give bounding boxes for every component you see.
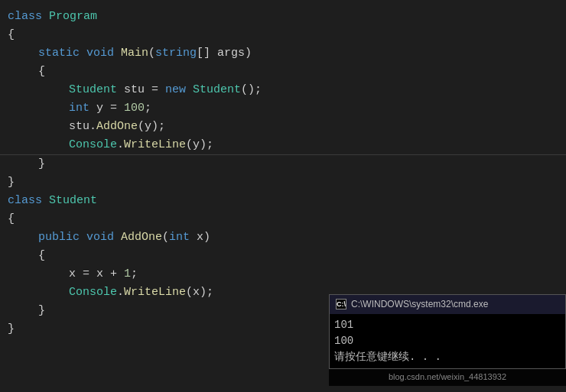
code-token [42,192,49,210]
code-line: int y = 100; [0,99,566,118]
code-token: (); [241,81,262,99]
watermark-text: blog.csdn.net/weixin_44813932 [389,372,506,381]
code-token: ; [131,265,138,283]
cmd-window: C:\ C:\WINDOWS\system32\cmd.exe 101 100 … [329,294,566,369]
code-token: Student [49,192,97,210]
code-token: . [117,136,124,154]
code-line: static void Main(string[] args) [0,44,566,63]
code-token: AddOne [96,118,138,136]
code-token: 1 [124,265,131,283]
code-token: } [8,320,15,339]
code-token: stu. [69,118,96,136]
code-token: void [86,228,114,247]
code-token: WriteLine [124,283,186,302]
code-token: [] args) [197,44,252,63]
code-token: } [38,155,45,173]
code-token [80,44,86,63]
code-line: class Student [0,192,566,210]
code-token: y = [89,99,124,118]
code-token: . [117,283,124,302]
code-token: { [8,210,15,228]
code-token: stu = [117,81,165,99]
code-line: { [0,247,566,265]
code-token: string [155,44,197,63]
code-line: } [0,155,566,173]
code-token: Main [121,44,148,63]
code-token: new [165,81,186,99]
code-token: int [69,99,89,118]
code-token: Program [49,8,97,26]
code-token: x) [190,228,210,247]
code-token: void [86,44,114,63]
code-line: Console.WriteLine(y); [0,136,566,155]
code-token: class [8,8,42,26]
code-line: { [0,26,566,44]
code-token: } [8,173,15,192]
code-token: (y); [186,136,213,154]
cmd-title: C:\WINDOWS\system32\cmd.exe [351,297,488,312]
watermark: blog.csdn.net/weixin_44813932 [329,369,566,386]
code-token: Student [69,81,117,99]
code-token: Student [193,81,241,99]
code-token [80,228,86,247]
code-token: class [8,192,42,210]
code-token: x = x + [69,265,124,283]
code-token: { [38,247,45,265]
code-token: { [8,26,15,44]
cmd-prompt: 请按任意键继续. . . [334,349,561,365]
code-token [114,228,121,247]
cmd-icon: C:\ [336,299,346,309]
code-token: ( [148,44,155,63]
cmd-output-1: 101 [334,317,561,333]
code-line: Student stu = new Student(); [0,81,566,99]
code-token: (x); [186,283,213,302]
cmd-body: 101 100 请按任意键继续. . . [330,314,565,368]
code-line: { [0,210,566,228]
code-token: AddOne [121,228,162,247]
code-line: { [0,63,566,81]
code-token [186,81,193,99]
code-token: ; [145,99,151,118]
code-token: int [169,228,190,247]
code-token: Console [69,136,117,154]
code-token: Console [69,283,117,302]
code-line: class Program [0,8,566,26]
cmd-output-2: 100 [334,333,561,349]
code-token: 100 [124,99,145,118]
code-token: } [38,302,45,320]
code-token [114,44,121,63]
cmd-titlebar: C:\ C:\WINDOWS\system32\cmd.exe [330,295,565,314]
code-token: WriteLine [124,136,186,154]
code-line: stu.AddOne(y); [0,118,566,136]
code-token: { [38,63,45,81]
code-token: public [38,228,80,247]
code-token: static [38,44,80,63]
code-line: } [0,173,566,192]
code-token: (y); [138,118,165,136]
code-line: x = x + 1; [0,265,566,283]
code-token: ( [162,228,169,247]
code-token [42,8,49,26]
code-line: public void AddOne(int x) [0,228,566,247]
